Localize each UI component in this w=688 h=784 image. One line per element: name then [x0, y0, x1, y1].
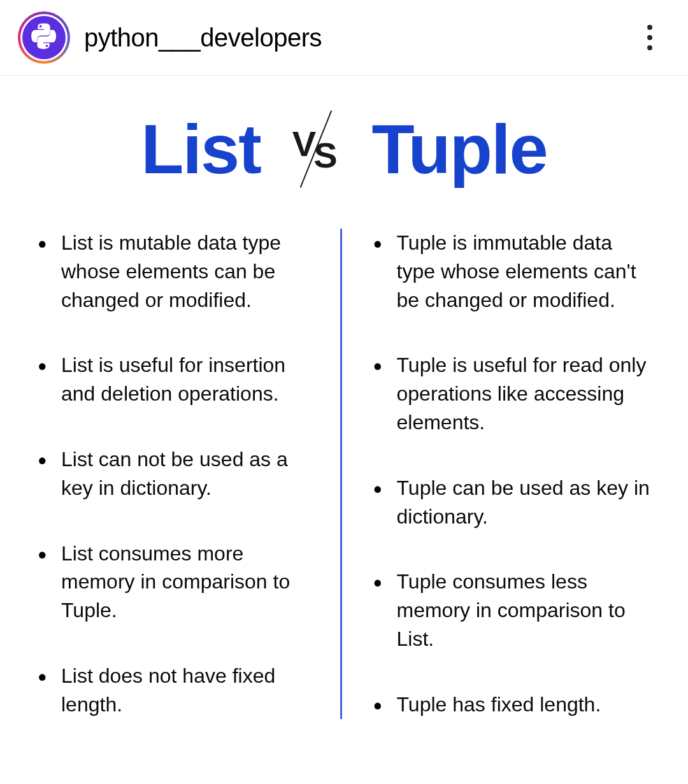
list-item: List can not be used as a key in diction… — [38, 445, 315, 502]
vs-s: S — [313, 135, 337, 175]
list-item: Tuple is useful for read only operations… — [374, 351, 650, 436]
list-item: List is useful for insertion and deletio… — [38, 351, 315, 408]
username-label[interactable]: python___developers — [84, 24, 322, 52]
title-tuple: Tuple — [372, 114, 547, 184]
list-item: Tuple has fixed length. — [374, 690, 650, 719]
avatar-core — [22, 16, 66, 59]
list-item: Tuple consumes less memory in comparison… — [374, 567, 650, 653]
list-column: List is mutable data type whose elements… — [38, 229, 340, 719]
list-item: Tuple can be used as key in dictionary. — [374, 474, 650, 531]
list-points: List is mutable data type whose elements… — [38, 229, 315, 719]
post-header-left: python___developers — [18, 11, 322, 64]
title-list: List — [141, 114, 261, 184]
list-item: List consumes more memory in comparison … — [38, 539, 315, 625]
more-options-button[interactable] — [637, 18, 663, 57]
post-content: List VS Tuple List is mutable data type … — [0, 76, 688, 745]
list-item: List does not have fixed length. — [38, 662, 315, 719]
vs-label: VS — [292, 131, 340, 167]
dot-icon — [647, 25, 652, 30]
profile-avatar[interactable] — [18, 11, 70, 64]
comparison-columns: List is mutable data type whose elements… — [38, 229, 650, 719]
python-icon — [29, 23, 59, 52]
post-title-row: List VS Tuple — [38, 114, 650, 184]
list-item: Tuple is immutable data type whose eleme… — [374, 229, 650, 314]
dot-icon — [647, 35, 652, 40]
dot-icon — [647, 45, 652, 50]
list-item: List is mutable data type whose elements… — [38, 229, 315, 314]
avatar-inner — [20, 14, 68, 61]
post-header: python___developers — [0, 0, 688, 76]
vs-v: V — [292, 124, 316, 164]
tuple-column: Tuple is immutable data type whose eleme… — [342, 229, 650, 719]
tuple-points: Tuple is immutable data type whose eleme… — [374, 229, 650, 719]
